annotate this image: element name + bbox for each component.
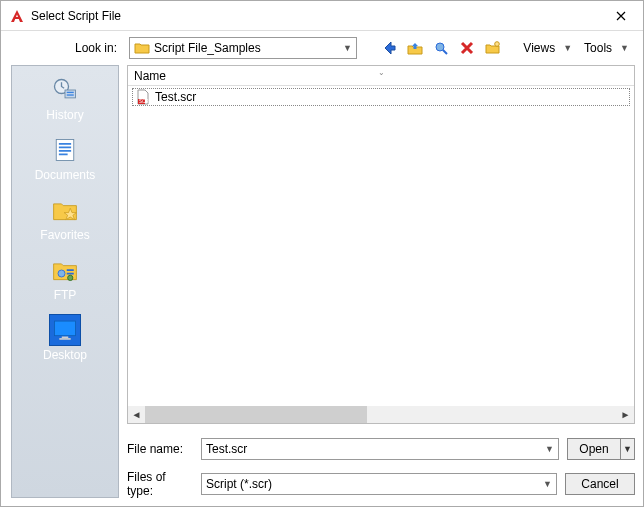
filetype-combo[interactable]: Script (*.scr) ▼	[201, 473, 557, 495]
scroll-left-button[interactable]: ◄	[128, 406, 145, 423]
svg-rect-8	[59, 143, 71, 145]
sort-indicator-icon: ⌄	[378, 68, 385, 77]
folder-icon	[134, 40, 150, 56]
cancel-button[interactable]: Cancel	[565, 473, 635, 495]
lookin-label: Look in:	[1, 41, 123, 55]
open-splitbutton[interactable]: Open ▼	[567, 438, 635, 460]
file-list[interactable]: SCR Test.scr	[128, 86, 634, 406]
ftp-icon	[49, 254, 81, 286]
svg-rect-11	[59, 154, 68, 156]
svg-rect-10	[59, 150, 71, 152]
bottom-form: File name: Test.scr ▼ Open ▼ Files of ty…	[127, 424, 635, 498]
svg-point-2	[495, 42, 500, 47]
scroll-track[interactable]	[145, 406, 617, 423]
svg-point-0	[436, 43, 444, 51]
filetype-value: Script (*.scr)	[206, 477, 539, 491]
titlebar: Select Script File	[1, 1, 643, 31]
file-row[interactable]: SCR Test.scr	[132, 88, 630, 106]
main-area: History Documents Favorites	[1, 65, 643, 506]
history-icon	[49, 74, 81, 106]
filename-label: File name:	[127, 442, 193, 456]
horizontal-scrollbar[interactable]: ◄ ►	[128, 406, 634, 423]
file-listing: ⌄ Name SCR Test.scr ◄	[127, 65, 635, 424]
svg-rect-5	[67, 92, 74, 93]
filename-value: Test.scr	[206, 442, 541, 456]
views-menu[interactable]: Views	[521, 41, 557, 55]
column-name[interactable]: Name	[134, 69, 166, 83]
svg-point-13	[68, 275, 73, 280]
svg-rect-9	[59, 147, 71, 149]
desktop-icon	[49, 314, 81, 346]
documents-icon	[49, 134, 81, 166]
chevron-down-icon[interactable]: ▼	[541, 444, 554, 454]
window-title: Select Script File	[31, 9, 599, 23]
place-documents[interactable]: Documents	[12, 134, 118, 182]
open-button[interactable]: Open	[567, 438, 621, 460]
place-label: History	[46, 108, 83, 122]
svg-rect-15	[62, 337, 69, 339]
lookin-toolbar: Look in: Script File_Samples ▼	[1, 31, 643, 65]
filename-combo[interactable]: Test.scr ▼	[201, 438, 559, 460]
scroll-right-button[interactable]: ►	[617, 406, 634, 423]
scroll-thumb[interactable]	[145, 406, 367, 423]
back-button[interactable]	[379, 38, 399, 58]
places-sidebar: History Documents Favorites	[11, 65, 119, 498]
script-file-icon: SCR	[135, 89, 151, 105]
favorites-icon	[49, 194, 81, 226]
place-label: FTP	[54, 288, 77, 302]
open-dropdown-button[interactable]: ▼	[621, 438, 635, 460]
place-label: Favorites	[40, 228, 89, 242]
svg-rect-14	[54, 321, 75, 336]
right-panel: ⌄ Name SCR Test.scr ◄	[127, 65, 635, 498]
place-favorites[interactable]: Favorites	[12, 194, 118, 242]
place-label: Desktop	[43, 348, 87, 362]
chevron-down-icon[interactable]: ▼	[539, 479, 552, 489]
chevron-down-icon[interactable]: ▼	[618, 43, 635, 53]
svg-point-12	[58, 270, 65, 277]
tools-menu[interactable]: Tools	[582, 41, 614, 55]
place-desktop[interactable]: Desktop	[12, 314, 118, 362]
file-name: Test.scr	[155, 90, 196, 104]
place-history[interactable]: History	[12, 74, 118, 122]
chevron-down-icon: ▼	[343, 43, 352, 53]
svg-text:SCR: SCR	[139, 99, 149, 104]
toolbar-right: Views ▼ Tools ▼	[521, 41, 635, 55]
chevron-down-icon[interactable]: ▼	[561, 43, 578, 53]
app-icon	[9, 8, 25, 24]
svg-rect-4	[65, 90, 76, 98]
svg-rect-16	[59, 338, 70, 340]
lookin-value: Script File_Samples	[154, 41, 339, 55]
delete-button[interactable]	[457, 38, 477, 58]
svg-rect-6	[67, 94, 74, 95]
place-ftp[interactable]: FTP	[12, 254, 118, 302]
place-label: Documents	[35, 168, 96, 182]
new-folder-button[interactable]	[483, 38, 503, 58]
lookin-combo[interactable]: Script File_Samples ▼	[129, 37, 357, 59]
filetype-label: Files of type:	[127, 470, 193, 498]
svg-line-1	[443, 50, 447, 54]
up-one-level-button[interactable]	[405, 38, 425, 58]
close-button[interactable]	[599, 1, 643, 31]
search-web-button[interactable]	[431, 38, 451, 58]
